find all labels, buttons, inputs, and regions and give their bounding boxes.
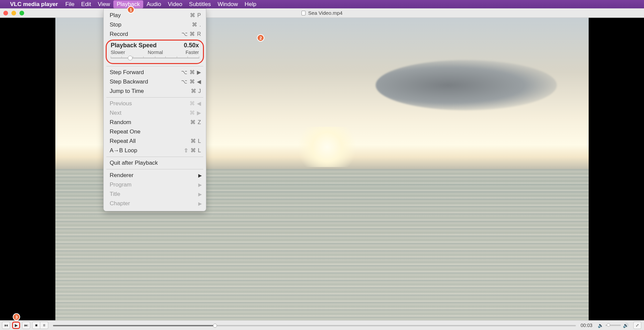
chevron-right-icon: ▶ [198, 172, 202, 179]
slider-tick [111, 56, 111, 58]
callout-3: 3 [13, 313, 20, 321]
menu-repeat-one[interactable]: Repeat One [104, 127, 206, 136]
menu-audio[interactable]: Audio [143, 0, 164, 8]
menu-record-shortcut: ⌥ ⌘ R [181, 31, 201, 38]
previous-button[interactable]: ⏮ [2, 322, 10, 329]
slider-tick [165, 56, 166, 58]
menu-subtitles[interactable]: Subtitles [186, 0, 214, 8]
menu-previous: Previous ⌘ ◀ [104, 99, 206, 108]
slider-tick [187, 56, 188, 58]
traffic-lights [3, 11, 24, 15]
slider-thumb[interactable] [128, 56, 132, 60]
menu-title-label: Title [110, 190, 120, 198]
player-control-bar: ⏮ ▶ ⏭ ■ ≡ 00:03 🔈 🔊 ⤢ [0, 320, 644, 330]
menu-step-backward-label: Step Backward [110, 78, 148, 86]
fullscreen-button[interactable]: ⤢ [633, 322, 641, 329]
menu-random[interactable]: Random ⌘ Z [104, 118, 206, 127]
stop-playlist-group: ■ ≡ [32, 322, 48, 329]
menu-step-backward[interactable]: Step Backward ⌥ ⌘ ◀ [104, 77, 206, 87]
menu-stop-shortcut: ⌘ . [192, 21, 201, 29]
menu-stop[interactable]: Stop ⌘ . [104, 20, 206, 30]
menu-random-shortcut: ⌘ Z [190, 119, 201, 126]
menu-repeat-all[interactable]: Repeat All ⌘ L [104, 136, 206, 146]
app-name[interactable]: VLC media player [10, 1, 58, 8]
volume-low-icon[interactable]: 🔈 [598, 323, 603, 328]
callout-1: 1 [127, 6, 135, 13]
menu-program: Program ▶ [104, 180, 206, 189]
playlist-button[interactable]: ≡ [40, 322, 48, 329]
menu-renderer-label: Renderer [110, 172, 133, 179]
document-icon [302, 11, 306, 15]
play-button[interactable]: ▶ [12, 322, 20, 329]
menu-divider [106, 169, 203, 169]
video-content-cloud [376, 60, 557, 110]
menu-divider [106, 66, 203, 66]
menu-chapter-label: Chapter [110, 200, 130, 207]
elapsed-time: 00:03 [581, 323, 592, 328]
menu-repeat-all-label: Repeat All [110, 138, 136, 145]
close-icon[interactable] [3, 11, 8, 15]
menu-help[interactable]: Help [241, 0, 260, 8]
chevron-right-icon: ▶ [198, 190, 202, 198]
playback-speed-slider[interactable] [111, 54, 199, 60]
menu-file[interactable]: File [62, 0, 78, 8]
menu-previous-label: Previous [110, 100, 132, 107]
playback-speed-value: 0.50x [184, 42, 199, 49]
maximize-icon[interactable] [19, 11, 24, 15]
document-title: Sea Video.mp4 [308, 10, 342, 16]
menu-play-label: Play [110, 12, 121, 19]
slider-tick [155, 56, 155, 58]
menu-step-forward[interactable]: Step Forward ⌥ ⌘ ▶ [104, 68, 206, 77]
video-viewport[interactable] [0, 18, 644, 320]
menu-view[interactable]: View [94, 0, 113, 8]
volume-slider[interactable] [605, 325, 621, 326]
menu-title: Title ▶ [104, 189, 206, 199]
seek-thumb[interactable] [213, 324, 217, 328]
menu-next: Next ⌘ ▶ [104, 108, 206, 118]
menu-divider [106, 97, 203, 98]
menu-quit-after-label: Quit after Playback [110, 159, 158, 167]
slider-tick [143, 56, 144, 58]
minimize-icon[interactable] [11, 11, 16, 15]
seek-bar[interactable] [53, 324, 576, 327]
menu-next-shortcut: ⌘ ▶ [190, 109, 201, 117]
stop-button[interactable]: ■ [32, 322, 40, 329]
menu-edit[interactable]: Edit [78, 0, 94, 8]
menu-video[interactable]: Video [164, 0, 185, 8]
chevron-right-icon: ▶ [198, 181, 202, 188]
playback-speed-block: Playback Speed 0.50x Slower Normal Faste… [106, 40, 204, 64]
menu-renderer[interactable]: Renderer ▶ [104, 171, 206, 180]
menu-play[interactable]: Play ⌘ P [104, 11, 206, 20]
menu-program-label: Program [110, 181, 131, 188]
menu-play-shortcut: ⌘ P [190, 12, 201, 19]
menu-jump-shortcut: ⌘ J [191, 88, 201, 95]
menu-jump-label: Jump to Time [110, 88, 144, 95]
menu-stop-label: Stop [110, 21, 121, 29]
menu-step-forward-label: Step Forward [110, 69, 144, 76]
menu-previous-shortcut: ⌘ ◀ [190, 100, 201, 107]
menu-step-forward-shortcut: ⌥ ⌘ ▶ [181, 69, 201, 76]
volume-high-icon[interactable]: 🔊 [623, 323, 629, 328]
menu-ab-loop[interactable]: A→B Loop ⇧ ⌘ L [104, 146, 206, 155]
menu-chapter: Chapter ▶ [104, 199, 206, 208]
menu-next-label: Next [110, 109, 121, 117]
seek-progress [53, 325, 215, 326]
menu-repeat-one-label: Repeat One [110, 128, 141, 135]
playback-menu: Play ⌘ P Stop ⌘ . Record ⌥ ⌘ R 2 Playbac… [103, 8, 206, 211]
menu-ab-loop-label: A→B Loop [110, 147, 137, 154]
slider-tick [177, 56, 177, 58]
volume-thumb[interactable] [607, 323, 610, 327]
menu-record[interactable]: Record ⌥ ⌘ R [104, 30, 206, 39]
menu-jump-to-time[interactable]: Jump to Time ⌘ J [104, 87, 206, 96]
menu-ab-loop-shortcut: ⇧ ⌘ L [184, 147, 201, 154]
menu-random-label: Random [110, 119, 131, 126]
menu-step-backward-shortcut: ⌥ ⌘ ◀ [181, 78, 201, 86]
slider-tick [199, 56, 199, 58]
next-button[interactable]: ⏭ [22, 322, 30, 329]
video-content-sun [290, 127, 364, 167]
slider-tick [121, 56, 122, 58]
menu-quit-after-playback[interactable]: Quit after Playback [104, 158, 206, 168]
macos-menubar: VLC media player File Edit View Playback… [0, 0, 644, 8]
playback-speed-label: Playback Speed [111, 42, 157, 49]
menu-window[interactable]: Window [214, 0, 241, 8]
